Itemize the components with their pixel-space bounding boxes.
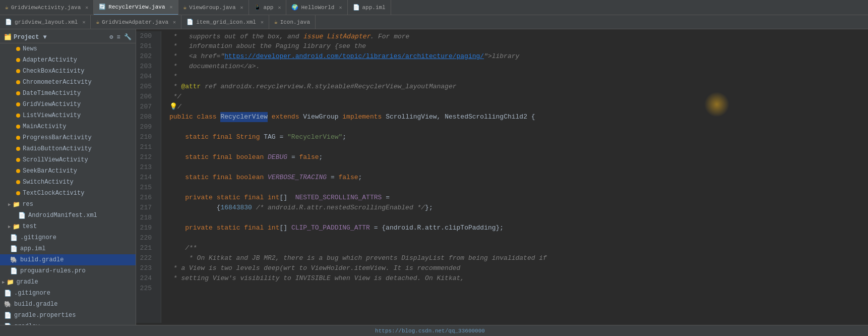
sidebar-item-label: DateTimeActivity <box>23 90 81 97</box>
dot-icon <box>16 102 20 106</box>
file-icon: 📄 <box>4 312 12 319</box>
sidebar-folder-gradle[interactable]: ▶ 📁 gradle <box>0 276 136 288</box>
tab-icon: 📄 <box>353 4 360 11</box>
sidebar-item-seekbar[interactable]: SeekBarActivity <box>0 165 136 177</box>
tab-close[interactable]: ✕ <box>240 5 243 11</box>
code-line-212: static final boolean DEBUG = false; <box>169 152 868 162</box>
tab-close[interactable]: ✕ <box>170 4 173 10</box>
sidebar-item-label: .gitignore <box>20 234 56 241</box>
dot-icon <box>16 47 20 51</box>
tab-bar-row2: 📄 gridview_layout.xml ✕ ☕ GridViewAdpate… <box>0 15 868 29</box>
sidebar-item-label: CheckBoxAcitivity <box>23 68 84 75</box>
dot-icon <box>16 69 20 73</box>
sidebar-item-switch[interactable]: SwitchActivity <box>0 177 136 188</box>
sidebar-item-chronometer[interactable]: ChromometerAcitvity <box>0 77 136 88</box>
sidebar-item-adapter[interactable]: AdapterActivity <box>0 54 136 66</box>
sidebar-item-label: MainActivity <box>23 123 66 130</box>
sidebar-item-gradlew[interactable]: 📄 gradlew <box>0 321 136 325</box>
dot-icon <box>16 158 20 162</box>
tab-app[interactable]: 📱 app ✕ <box>249 0 287 15</box>
tab-close[interactable]: ✕ <box>82 19 85 25</box>
code-lines: * supports out of the box, and issue Lis… <box>161 31 868 323</box>
tab-viewgroup[interactable]: ☕ ViewGroup.java ✕ <box>178 0 249 15</box>
tab-close[interactable]: ✕ <box>85 5 88 11</box>
sidebar-item-progressbar[interactable]: ProgressBarActivity <box>0 132 136 143</box>
tab-label: Icon.java <box>280 19 310 25</box>
sidebar-item-label: .gitignore <box>14 290 50 297</box>
main-area: 🗂️ Project ▼ ⚙ ≡ 🔧 News AdapterActivity … <box>0 29 868 325</box>
tab-appiml[interactable]: 📄 app.iml <box>348 0 391 15</box>
tab-gridview-layout[interactable]: 📄 gridview_layout.xml ✕ <box>0 15 91 29</box>
tab-item-grid-icon[interactable]: 📄 item_grid_icon.xml ✕ <box>181 15 269 29</box>
project-label: Project <box>14 34 39 41</box>
sidebar-item-news[interactable]: News <box>0 43 136 54</box>
dot-icon <box>16 136 20 140</box>
sidebar-item-proguard[interactable]: 📄 proguard-rules.pro <box>0 265 136 276</box>
tab-icon: ☕ <box>96 19 99 25</box>
sidebar-item-label: app.iml <box>20 245 45 252</box>
sidebar-item-label: AdapterActivity <box>23 57 77 64</box>
sidebar-item-gitignore-inner[interactable]: 📄 .gitignore <box>0 232 136 243</box>
tab-icon: 🌍 <box>291 4 298 11</box>
sidebar-item-radiobutton[interactable]: RadioButtonActivity <box>0 143 136 154</box>
tab-icon: 🔄 <box>99 4 106 10</box>
sidebar-item-build-gradle-app[interactable]: 🐘 build.gradle <box>0 254 136 265</box>
tab-icon: ☕ <box>5 4 9 11</box>
tab-close[interactable]: ✕ <box>173 19 176 25</box>
tab-label: GridViewActivity.java <box>11 5 81 11</box>
tab-label: gridview_layout.xml <box>15 19 78 25</box>
dot-icon <box>16 58 20 62</box>
status-url: https://blog.csdn.net/qq_33600000 <box>375 328 485 334</box>
sidebar-item-gridview[interactable]: GridViewActivity <box>0 99 136 110</box>
tab-gridview[interactable]: ☕ GridViewActivity.java ✕ <box>0 0 94 15</box>
file-icon: 📄 <box>18 212 26 219</box>
sidebar-item-datetime[interactable]: DateTimeActivity <box>0 88 136 99</box>
dot-icon <box>16 91 20 95</box>
file-icon: 📄 <box>10 245 18 253</box>
file-icon: 📄 <box>4 290 12 297</box>
tab-close[interactable]: ✕ <box>261 19 264 25</box>
sidebar-item-mainactivity[interactable]: MainActivity <box>0 121 136 132</box>
sidebar-item-gradle-properties[interactable]: 📄 gradle.properties <box>0 310 136 321</box>
sidebar-item-label: GridViewActivity <box>23 101 81 108</box>
sidebar-item-build-gradle-root[interactable]: 🐘 build.gradle <box>0 299 136 310</box>
sidebar-item-androidmanifest[interactable]: 📄 AndroidManifest.xml <box>0 210 136 221</box>
tab-gridviewadpater[interactable]: ☕ GridViewAdpater.java ✕ <box>91 15 181 29</box>
code-line-215 <box>169 183 868 193</box>
tab-icon: 📱 <box>254 4 261 11</box>
tab-icon: 📄 <box>5 19 12 25</box>
dot-icon <box>16 80 20 84</box>
dot-icon <box>16 125 20 129</box>
sidebar-item-textclock[interactable]: TextClockActivity <box>0 188 136 199</box>
tab-close[interactable]: ✕ <box>339 5 342 11</box>
dot-icon <box>16 180 20 184</box>
sidebar-item-label: TextClockActivity <box>23 190 84 197</box>
code-line-221: /** <box>169 243 868 253</box>
sidebar-item-checkbox[interactable]: CheckBoxAcitivity <box>0 66 136 77</box>
sidebar-folder-test[interactable]: ▶ 📁 test <box>0 221 136 232</box>
project-dropdown: ▼ <box>43 34 46 41</box>
tab-label: GridViewAdpater.java <box>102 19 168 25</box>
tab-recyclerview[interactable]: 🔄 RecyclerView.java ✕ <box>94 0 178 15</box>
dot-icon <box>16 169 20 173</box>
sidebar-item-appiml[interactable]: 📄 app.iml <box>0 243 136 254</box>
tab-label: ViewGroup.java <box>189 5 235 11</box>
code-line-220 <box>169 233 868 243</box>
code-line-200: * supports out of the box, and issue Lis… <box>169 31 868 41</box>
tab-label: app <box>264 5 274 11</box>
code-line-203: * documentation</a>. <box>169 62 868 72</box>
tab-icon-java[interactable]: ☕ Icon.java <box>269 15 316 29</box>
sidebar-item-listview[interactable]: ListViewActivity <box>0 110 136 121</box>
tab-helloworld[interactable]: 🌍 HelloWorld ✕ <box>286 0 347 15</box>
dot-icon <box>16 191 20 195</box>
tab-close[interactable]: ✕ <box>278 5 281 11</box>
file-icon: 🐘 <box>10 256 18 264</box>
tab-label: app.iml <box>362 5 386 11</box>
line-numbers: 200 201 202 203 204 205 206 207 208 209 … <box>136 31 161 323</box>
sidebar-item-gitignore-root[interactable]: 📄 .gitignore <box>0 288 136 299</box>
code-editor[interactable]: 200 201 202 203 204 205 206 207 208 209 … <box>136 29 868 325</box>
code-line-217: {16843830 /* android.R.attr.nestedScroll… <box>169 203 868 213</box>
sidebar: 🗂️ Project ▼ ⚙ ≡ 🔧 News AdapterActivity … <box>0 29 136 325</box>
sidebar-folder-res[interactable]: ▶ 📁 res <box>0 199 136 210</box>
sidebar-item-scrollview[interactable]: ScrollViewActivity <box>0 154 136 165</box>
